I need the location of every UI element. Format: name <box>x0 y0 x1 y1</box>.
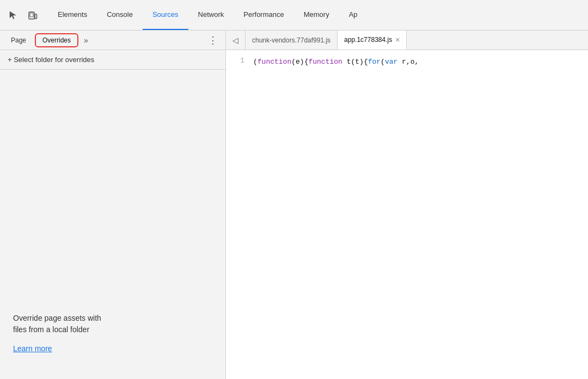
subtab-bar: Page Overrides » ⋮ <box>0 30 225 50</box>
tab-console[interactable]: Console <box>97 0 143 30</box>
svg-rect-1 <box>30 13 33 17</box>
code-line-1: (function(e){function t(t){for(var r,o, <box>253 57 588 68</box>
code-token-space: t(t){ <box>342 58 368 66</box>
right-panel: ◁ chunk-vendors.77daf991.js app.1c778384… <box>226 30 588 379</box>
select-folder-row: + Select folder for overrides <box>0 50 225 70</box>
devtools-toolbar: Elements Console Sources Network Perform… <box>0 0 588 30</box>
tab-network[interactable]: Network <box>188 0 234 30</box>
code-token-paren-open: ( <box>253 58 258 66</box>
file-tab-app[interactable]: app.1c778384.js × <box>338 30 407 50</box>
tab-elements[interactable]: Elements <box>48 0 97 30</box>
override-info-panel: Override page assets withfiles from a lo… <box>0 70 225 379</box>
learn-more-link[interactable]: Learn more <box>13 344 212 353</box>
code-content: (function(e){function t(t){for(var r,o, <box>253 54 588 375</box>
subtab-menu-icon[interactable]: ⋮ <box>205 33 221 47</box>
toolbar-icon-group <box>4 0 41 30</box>
file-tab-close-icon[interactable]: × <box>395 36 400 44</box>
select-folder-button[interactable]: + Select folder for overrides <box>8 56 94 64</box>
override-description: Override page assets withfiles from a lo… <box>13 313 212 335</box>
subtab-overrides[interactable]: Overrides <box>35 33 78 47</box>
main-content: Page Overrides » ⋮ + Select folder for o… <box>0 30 588 379</box>
tab-sources[interactable]: Sources <box>143 0 188 30</box>
line-numbers: 1 <box>226 54 253 375</box>
file-tabs-bar: ◁ chunk-vendors.77daf991.js app.1c778384… <box>226 30 588 50</box>
code-token-args-e: (e){ <box>291 58 308 66</box>
tab-memory[interactable]: Memory <box>294 0 339 30</box>
tab-application[interactable]: Ap <box>339 0 367 30</box>
subtab-more-icon[interactable]: » <box>81 35 91 46</box>
code-token-for: for <box>368 58 381 66</box>
file-tab-chunk-vendors[interactable]: chunk-vendors.77daf991.js <box>246 30 338 50</box>
code-editor: 1 (function(e){function t(t){for(var r,o… <box>226 50 588 379</box>
toggle-sidebar-button[interactable]: ◁ <box>226 30 246 50</box>
code-token-var: var <box>385 58 397 66</box>
svg-rect-2 <box>35 14 37 19</box>
device-toggle-icon[interactable] <box>24 7 41 24</box>
left-panel: Page Overrides » ⋮ + Select folder for o… <box>0 30 226 379</box>
code-token-for-paren: ( <box>381 58 385 66</box>
code-token-function-2: function <box>308 58 342 66</box>
code-token-function-1: function <box>258 58 291 66</box>
subtab-page[interactable]: Page <box>4 34 33 46</box>
code-token-vars: r,o, <box>397 58 419 66</box>
main-tabs: Elements Console Sources Network Perform… <box>48 0 584 30</box>
cursor-icon[interactable] <box>4 7 22 24</box>
tab-performance[interactable]: Performance <box>234 0 293 30</box>
